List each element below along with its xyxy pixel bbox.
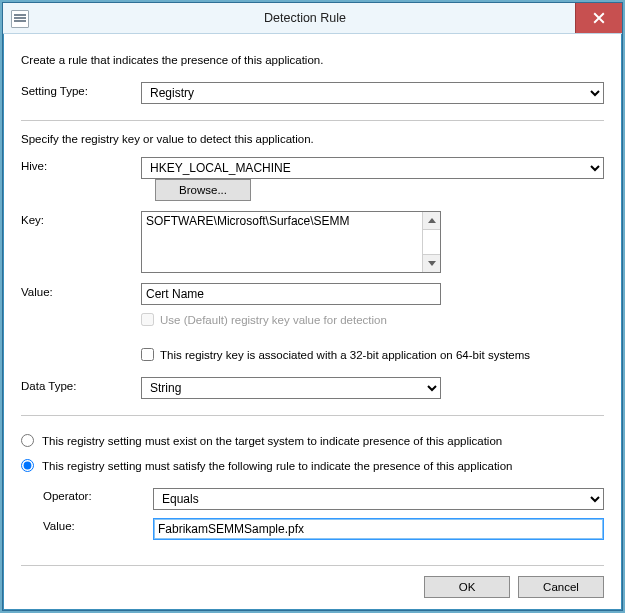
rule-value-input[interactable] (153, 518, 604, 540)
app-icon (11, 10, 29, 28)
cancel-button[interactable]: Cancel (518, 576, 604, 598)
value-input[interactable] (141, 283, 441, 305)
setting-type-select[interactable]: Registry (141, 82, 604, 104)
assoc-32bit-label: This registry key is associated with a 3… (160, 349, 530, 361)
setting-type-label: Setting Type: (21, 82, 141, 97)
registry-section-desc: Specify the registry key or value to det… (21, 133, 604, 145)
radio-rule-row[interactable]: This registry setting must satisfy the f… (21, 459, 604, 472)
operator-select[interactable]: Equals (153, 488, 604, 510)
rule-value-label: Value: (43, 518, 153, 532)
assoc-32bit-checkbox[interactable] (141, 348, 154, 361)
data-type-select[interactable]: String (141, 377, 441, 399)
key-spin-up[interactable] (423, 212, 440, 230)
chevron-down-icon (428, 261, 436, 266)
key-value-text: SOFTWARE\Microsoft\Surface\SEMM (142, 212, 422, 272)
radio-exist[interactable] (21, 434, 34, 447)
radio-exist-row[interactable]: This registry setting must exist on the … (21, 434, 604, 447)
detection-rule-dialog: Detection Rule Create a rule that indica… (2, 2, 623, 611)
close-button[interactable] (575, 3, 622, 33)
hive-select[interactable]: HKEY_LOCAL_MACHINE (141, 157, 604, 179)
chevron-up-icon (428, 218, 436, 223)
key-label: Key: (21, 211, 141, 226)
data-type-label: Data Type: (21, 377, 141, 392)
radio-rule-label: This registry setting must satisfy the f… (42, 460, 512, 472)
titlebar: Detection Rule (3, 3, 622, 34)
browse-button[interactable]: Browse... (155, 179, 251, 201)
use-default-checkbox (141, 313, 154, 326)
key-spin-down[interactable] (423, 254, 440, 272)
use-default-label: Use (Default) registry key value for det… (160, 314, 387, 326)
close-icon (593, 12, 605, 24)
window-title: Detection Rule (35, 3, 575, 33)
value-label: Value: (21, 283, 141, 298)
divider-2 (21, 415, 604, 416)
divider (21, 120, 604, 121)
radio-exist-label: This registry setting must exist on the … (42, 435, 502, 447)
radio-rule[interactable] (21, 459, 34, 472)
hive-label: Hive: (21, 157, 141, 172)
intro-text: Create a rule that indicates the presenc… (21, 54, 604, 66)
key-input[interactable]: SOFTWARE\Microsoft\Surface\SEMM (141, 211, 441, 273)
use-default-row: Use (Default) registry key value for det… (141, 313, 441, 326)
operator-label: Operator: (43, 488, 153, 502)
ok-button[interactable]: OK (424, 576, 510, 598)
key-spinner (422, 212, 440, 272)
